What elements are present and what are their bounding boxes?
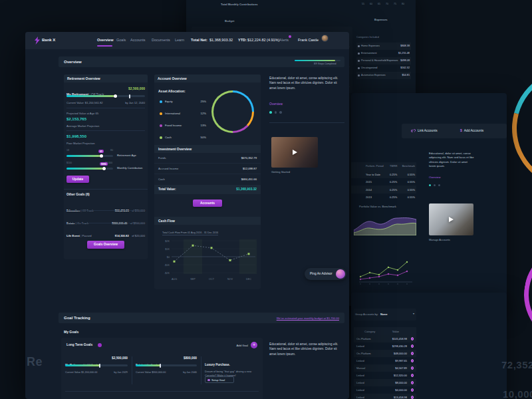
slider-handle[interactable]: [102, 167, 106, 170]
account-category: On-Platform: [356, 352, 371, 355]
setup-goal-button[interactable]: Setup Goal: [205, 376, 234, 383]
account-row-icon[interactable]: [411, 396, 414, 399]
col-perform-period: Perform. Period: [366, 165, 384, 168]
expense-row[interactable]: Personal & Household Expenses $498.08: [356, 57, 411, 65]
account-row[interactable]: On-Platform $105,458.98: [354, 335, 416, 342]
projected-label: Projected Value at Age 65: [66, 112, 98, 115]
account-row-icon[interactable]: [411, 344, 414, 348]
add-goal-label[interactable]: Add Goal: [237, 344, 248, 347]
update-button[interactable]: Update: [66, 176, 89, 183]
expense-value: $498.08: [400, 59, 410, 62]
slider-handle-tick[interactable]: [99, 364, 100, 368]
carousel-dot[interactable]: [438, 184, 440, 186]
account-row-icon[interactable]: [411, 366, 414, 370]
tab-goals[interactable]: Goals: [116, 38, 126, 42]
retirement-progress-slider[interactable]: [66, 95, 145, 97]
table-row[interactable]: Year to Date 0.25% 0.55%: [351, 170, 416, 178]
slider-handle-tick[interactable]: [160, 364, 161, 368]
expense-name: Automotive Expenses: [361, 74, 386, 76]
mini-line-chart: [358, 253, 414, 287]
carousel-dot[interactable]: [434, 184, 436, 186]
goal-card-retirement[interactable]: My Retirement | Off Track $2,500,000 Cur…: [65, 356, 128, 384]
accounts-button[interactable]: Accounts: [193, 200, 222, 207]
account-row-icon[interactable]: [411, 337, 414, 340]
goal-card-by: by Jan 2040: [183, 371, 197, 374]
watermark-right-bottom: 10,000: [503, 388, 532, 399]
goal-card-slider[interactable]: [65, 364, 128, 366]
getting-started-video[interactable]: [271, 137, 318, 168]
carousel-dot[interactable]: [279, 111, 282, 114]
carousel-dots[interactable]: [269, 111, 282, 114]
account-row[interactable]: On-Platform $48,000.00: [354, 350, 416, 357]
investment-value: $670,352.79: [241, 156, 257, 160]
group-accounts-select[interactable]: None: [380, 313, 387, 316]
expense-row[interactable]: Uncategorized $162.32: [356, 65, 411, 72]
background-window-group-accounts: Group Accounts by: None ▾ Category Value…: [351, 293, 507, 399]
performance-table: Perform. Period TWRR Benchmark Year to D…: [351, 162, 416, 201]
expense-row[interactable]: Entertainment $1,255.48: [356, 50, 411, 57]
cell-period: 2013: [366, 196, 372, 199]
goal-card-slider[interactable]: [136, 364, 197, 366]
add-accounts-button[interactable]: $ Add Accounts: [460, 128, 483, 132]
ping-advisor-button[interactable]: Ping An Advisor: [305, 268, 346, 280]
account-row[interactable]: Linked $298,430.28: [354, 342, 416, 350]
other-goal-row[interactable]: Education | Off Track $32,474.28 of $90,…: [66, 202, 145, 214]
carousel-dot-active[interactable]: [429, 184, 431, 186]
accounts-header-bar: Link Accounts $ Add Accounts: [402, 124, 507, 138]
carousel-dot-active[interactable]: [269, 111, 272, 114]
legend-dot-equity: [160, 100, 162, 103]
goals-overview-button[interactable]: Goals Overview: [87, 241, 124, 249]
screenshot-stage: Total Monthly Contributions 55 60 65 70 …: [0, 0, 532, 399]
slider-handle[interactable]: [100, 154, 103, 158]
expense-row[interactable]: Automotive Expenses $54.81: [356, 72, 411, 79]
expense-row[interactable]: Home Expenses $808.38: [356, 43, 411, 50]
investment-value: $12,098.87: [243, 167, 257, 170]
link-accounts-button[interactable]: Link Accounts: [411, 128, 438, 133]
tab-learn[interactable]: Learn: [175, 38, 184, 42]
goal-card-estate[interactable]: Estate | On Track $800,000 Current Value…: [136, 356, 197, 384]
account-row[interactable]: Manual $4,567.89: [354, 364, 416, 372]
accounts-table: Category Value On-Platform $105,458.98 L…: [354, 327, 416, 399]
performance-table-header: Perform. Period TWRR Benchmark: [351, 162, 416, 170]
manage-accounts-video[interactable]: [429, 203, 473, 235]
account-row-icon[interactable]: [411, 352, 414, 355]
account-row[interactable]: Linked $13,458.98: [354, 394, 416, 399]
other-goal-row[interactable]: Estate | On Track $300,000.46 of $800,00…: [66, 215, 145, 227]
account-row-icon[interactable]: [411, 381, 414, 384]
ytick: $2K: [165, 240, 170, 243]
account-row-icon[interactable]: [411, 359, 414, 362]
goal-tracking-title: Goal Tracking: [64, 316, 90, 320]
account-row-icon[interactable]: [411, 388, 414, 392]
other-goal-row[interactable]: Life Event | Paused $14,300.82 of $20,00…: [66, 227, 145, 239]
expense-list-header: Categories Included: [356, 36, 411, 39]
contribution-slider[interactable]: $890: [66, 168, 113, 170]
cell-benchmark: 0.55%: [408, 180, 415, 184]
tab-documents[interactable]: Documents: [152, 38, 170, 42]
overview-link[interactable]: Overview: [429, 176, 440, 179]
overview-link[interactable]: Overview: [269, 102, 283, 106]
account-row[interactable]: Linked $9,987.65: [354, 357, 416, 364]
account-row-icon[interactable]: [411, 374, 414, 377]
play-icon[interactable]: [293, 150, 297, 155]
account-row[interactable]: Linked $4,000.00: [354, 386, 416, 394]
table-row[interactable]: 2013 0.25% 0.55%: [351, 194, 416, 201]
user-avatar[interactable]: [321, 35, 329, 42]
budget-estimate-link[interactable]: We've estimated your monthly budget at $…: [277, 317, 339, 320]
category-dot-icon: [358, 53, 360, 55]
account-row[interactable]: Linked $8,000.00: [354, 379, 416, 386]
add-goal-plus-icon[interactable]: +: [251, 342, 257, 348]
table-row[interactable]: 2015 0.25% 0.55%: [351, 178, 416, 186]
play-icon[interactable]: [449, 217, 454, 222]
carousel-dot[interactable]: [275, 111, 277, 114]
expense-name: Home Expenses: [361, 45, 380, 47]
tab-overview[interactable]: Overview: [97, 38, 113, 42]
xtick: OCT: [209, 278, 215, 281]
alerts-button[interactable]: Alerts: [279, 38, 289, 42]
slider-handle[interactable]: [114, 94, 117, 98]
caret-down-icon[interactable]: ▾: [413, 312, 414, 315]
table-row[interactable]: 2014 0.25% 0.55%: [351, 186, 416, 194]
carousel-dots[interactable]: [429, 184, 440, 186]
account-row[interactable]: Linked $12,320.00: [354, 372, 416, 379]
tab-accounts[interactable]: Accounts: [130, 38, 146, 42]
retirement-age-slider[interactable]: 65: [66, 155, 113, 157]
